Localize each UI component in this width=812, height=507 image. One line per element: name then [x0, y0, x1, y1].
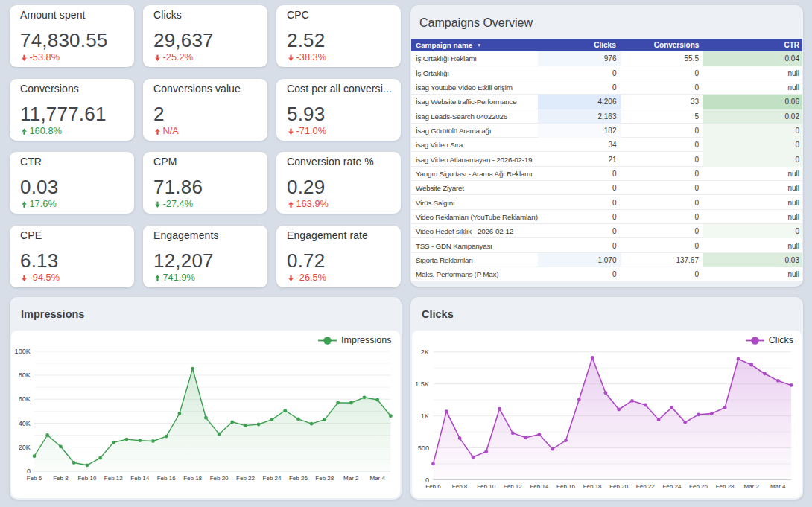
svg-text:Feb 18: Feb 18	[583, 483, 602, 490]
svg-text:80K: 80K	[19, 372, 31, 379]
svg-text:100K: 100K	[15, 348, 31, 355]
svg-text:Mar 2: Mar 2	[743, 483, 759, 490]
svg-text:1.5K: 1.5K	[415, 380, 430, 388]
svg-text:Feb 22: Feb 22	[236, 475, 255, 482]
svg-text:Feb 26: Feb 26	[289, 475, 308, 482]
svg-text:Feb 6: Feb 6	[27, 475, 42, 482]
svg-text:1K: 1K	[421, 412, 430, 420]
svg-text:20K: 20K	[19, 444, 31, 451]
svg-text:Feb 10: Feb 10	[477, 483, 495, 490]
svg-text:Feb 16: Feb 16	[556, 483, 575, 490]
svg-text:40K: 40K	[19, 420, 31, 427]
svg-text:Feb 14: Feb 14	[130, 475, 149, 482]
svg-text:Mar 4: Mar 4	[369, 475, 385, 482]
svg-text:Feb 20: Feb 20	[609, 483, 628, 490]
svg-text:0: 0	[27, 468, 31, 475]
svg-text:Feb 18: Feb 18	[183, 475, 202, 482]
svg-text:Mar 4: Mar 4	[770, 483, 786, 490]
svg-text:Feb 8: Feb 8	[452, 483, 468, 490]
svg-text:2K: 2K	[421, 348, 430, 356]
svg-text:Feb 28: Feb 28	[716, 483, 735, 490]
svg-text:Mar 2: Mar 2	[343, 475, 359, 482]
svg-text:Feb 10: Feb 10	[77, 475, 96, 482]
svg-text:Feb 16: Feb 16	[157, 475, 176, 482]
svg-text:Feb 26: Feb 26	[689, 483, 708, 490]
svg-text:Feb 24: Feb 24	[263, 475, 282, 482]
svg-text:Feb 6: Feb 6	[425, 483, 441, 490]
svg-text:Feb 22: Feb 22	[636, 483, 655, 490]
svg-text:Feb 20: Feb 20	[210, 475, 229, 482]
svg-text:Feb 12: Feb 12	[104, 475, 123, 482]
svg-text:60K: 60K	[19, 395, 31, 403]
svg-text:Feb 28: Feb 28	[315, 475, 334, 482]
svg-text:Feb 8: Feb 8	[53, 475, 69, 482]
svg-text:Feb 24: Feb 24	[662, 483, 681, 490]
svg-text:500: 500	[418, 444, 429, 452]
svg-text:0: 0	[425, 476, 429, 484]
svg-text:Feb 14: Feb 14	[530, 483, 548, 490]
svg-text:Feb 12: Feb 12	[504, 483, 522, 490]
